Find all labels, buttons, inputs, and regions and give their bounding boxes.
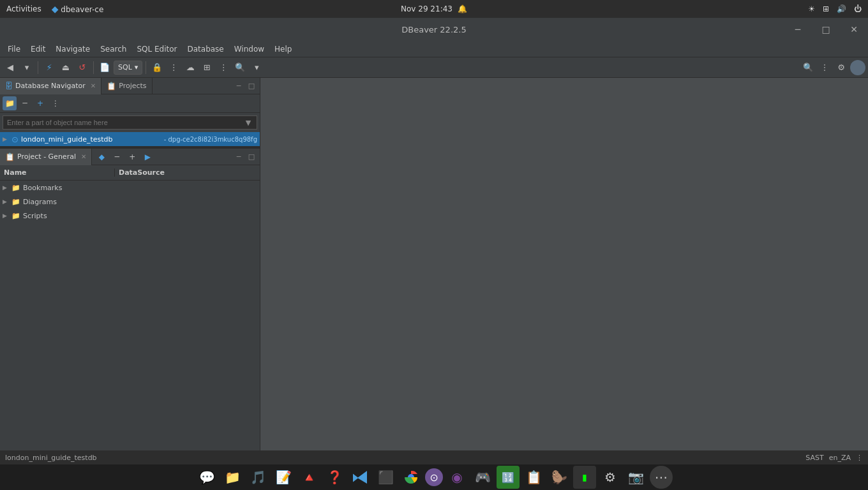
db-navigator-close[interactable]: ✕ — [91, 82, 96, 89]
taskbar-chrome[interactable] — [400, 466, 423, 489]
tree-item-db[interactable]: ▶ ⊙ london_mini_guide_testdb - dpg-ce2c8… — [0, 132, 260, 146]
sep1 — [38, 61, 38, 74]
close-button[interactable]: ✕ — [840, 18, 868, 41]
search-filter-btn[interactable]: ▼ — [239, 115, 257, 130]
toolbar-sql-dropdown[interactable]: SQL ▾ — [114, 61, 142, 75]
toolbar-cloud[interactable]: ☁ — [183, 60, 198, 75]
taskbar-settings[interactable]: ⚙ — [599, 466, 622, 489]
project-btn-2[interactable]: ─ — [110, 150, 124, 164]
taskbar-music[interactable]: 🎵 — [246, 466, 269, 489]
taskbar-alert[interactable]: 🔺 — [297, 466, 320, 489]
toolbar-back[interactable]: ◀ — [3, 60, 18, 75]
system-bar-left: Activities ◆ dbeaver-ce — [6, 4, 103, 14]
project-close[interactable]: ✕ — [81, 153, 86, 160]
bookmarks-icon: 📁 — [11, 184, 20, 192]
menu-help[interactable]: Help — [269, 42, 297, 56]
panel-more[interactable]: ⋮ — [49, 96, 63, 110]
taskbar-discord[interactable]: 🎮 — [471, 466, 494, 489]
menu-sql-editor[interactable]: SQL Editor — [131, 42, 182, 56]
tab-projects[interactable]: 📋 Projects — [101, 78, 152, 94]
project-panel-minimize[interactable]: ─ — [233, 151, 244, 163]
project-tree: ▶ 📁 Bookmarks ▶ 📁 Diagrams ▶ 📁 Scripts — [0, 181, 260, 450]
taskbar-dbeaver[interactable]: 🦫 — [548, 466, 571, 489]
right-area — [260, 78, 868, 450]
menu-search[interactable]: Search — [95, 42, 131, 56]
tab-database-navigator[interactable]: 🗄 Database Navigator ✕ — [0, 78, 101, 94]
panel-collapse[interactable]: ─ — [18, 96, 32, 110]
taskbar-chat[interactable]: 💬 — [195, 466, 218, 489]
toolbar-new-script[interactable]: 📄 — [97, 60, 112, 75]
menu-edit[interactable]: Edit — [26, 42, 50, 56]
project-general-label: Project - General — [17, 152, 76, 161]
menu-file[interactable]: File — [3, 42, 26, 56]
taskbar-terminal2[interactable]: ▮ — [573, 466, 596, 489]
project-icon: 📋 — [5, 152, 15, 161]
toolbar-reconnect[interactable]: ↺ — [75, 60, 90, 75]
project-btn-1[interactable]: ◆ — [94, 150, 108, 164]
toolbar-grid[interactable]: ⊞ — [199, 60, 214, 75]
minimize-button[interactable]: ─ — [784, 18, 812, 41]
volume-icon[interactable]: 🔊 — [837, 4, 846, 13]
project-item-bookmarks[interactable]: ▶ 📁 Bookmarks — [0, 181, 260, 195]
project-btn-3[interactable]: + — [125, 150, 139, 164]
activities-label[interactable]: Activities — [6, 4, 41, 13]
menu-window[interactable]: Window — [229, 42, 269, 56]
status-timezone: SAST — [805, 454, 823, 462]
toolbar-more1[interactable]: ⋮ — [166, 60, 181, 75]
toolbar-more2[interactable]: ⋮ — [216, 60, 231, 75]
taskbar-vscode[interactable] — [348, 466, 371, 489]
maximize-button[interactable]: □ — [812, 18, 840, 41]
panel-new-folder[interactable]: 📁 — [3, 96, 17, 110]
project-item-diagrams[interactable]: ▶ 📁 Diagrams — [0, 195, 260, 209]
toolbar-search-global[interactable]: 🔍 — [232, 60, 248, 75]
tab-project-general[interactable]: 📋 Project - General ✕ — [0, 149, 92, 165]
projects-label: Projects — [119, 82, 146, 90]
datetime-label: Nov 29 21:43 — [401, 4, 453, 13]
project-btn-4[interactable]: ▶ — [140, 150, 154, 164]
toolbar-lock[interactable]: 🔒 — [149, 60, 165, 75]
status-more[interactable]: ⋮ — [856, 454, 863, 462]
app-indicator: ◆ dbeaver-ce — [52, 4, 104, 14]
taskbar-text[interactable]: 📝 — [272, 466, 295, 489]
brightness-icon[interactable]: ☀ — [808, 4, 815, 13]
panel-expand[interactable]: + — [33, 96, 47, 110]
taskbar-apps[interactable]: ⋯ — [650, 466, 673, 489]
db-label: london_mini_guide_testdb — [21, 135, 160, 144]
panel-maximize[interactable]: □ — [246, 80, 257, 92]
toolbar-dropdown1[interactable]: ▾ — [19, 60, 34, 75]
power-icon[interactable]: ⏻ — [854, 4, 862, 13]
status-bar: london_mini_guide_testdb SAST en_ZA ⋮ — [0, 450, 868, 464]
menu-database[interactable]: Database — [182, 42, 228, 56]
db-navigator-upper: 🗄 Database Navigator ✕ 📋 Projects ─ □ 📁 … — [0, 78, 260, 146]
col-datasource: DataSource — [115, 168, 168, 177]
project-panel-maximize[interactable]: □ — [246, 151, 257, 163]
toolbar-disconnect[interactable]: ⏏ — [58, 60, 73, 75]
toolbar-dropdown2[interactable]: ▾ — [249, 60, 264, 75]
taskbar-calc[interactable]: 🔢 — [497, 466, 520, 489]
network-icon[interactable]: ⊞ — [823, 4, 829, 13]
taskbar-terminal[interactable]: ⬛ — [374, 466, 397, 489]
sep2 — [93, 61, 94, 74]
system-bar-center: Nov 29 21:43 🔔 — [401, 4, 467, 13]
project-panel-actions: ─ □ — [233, 151, 260, 163]
taskbar-github[interactable]: ⊙ — [425, 468, 443, 486]
toolbar-customize[interactable]: ⚙ — [834, 60, 849, 75]
search-input[interactable] — [3, 115, 257, 130]
taskbar-camera[interactable]: 📷 — [624, 466, 647, 489]
diagrams-label: Diagrams — [23, 198, 257, 206]
db-navigator-tabs: 🗄 Database Navigator ✕ 📋 Projects ─ □ — [0, 78, 260, 94]
panel-minimize[interactable]: ─ — [233, 80, 244, 92]
diagrams-chevron: ▶ — [3, 198, 9, 205]
taskbar-notes[interactable]: 📋 — [522, 466, 545, 489]
toolbar-connect[interactable]: ⚡ — [41, 60, 57, 75]
toolbar-search-right[interactable]: 🔍 — [800, 60, 816, 75]
toolbar-avatar[interactable] — [850, 60, 865, 75]
taskbar-files[interactable]: 📁 — [221, 466, 244, 489]
system-bar: Activities ◆ dbeaver-ce Nov 29 21:43 🔔 ☀… — [0, 0, 868, 18]
taskbar-tor[interactable]: ◉ — [445, 466, 468, 489]
status-connection: london_mini_guide_testdb — [5, 454, 97, 462]
project-item-scripts[interactable]: ▶ 📁 Scripts — [0, 209, 260, 223]
taskbar-help[interactable]: ❓ — [323, 466, 346, 489]
toolbar-more-right[interactable]: ⋮ — [817, 60, 832, 75]
menu-navigate[interactable]: Navigate — [50, 42, 95, 56]
